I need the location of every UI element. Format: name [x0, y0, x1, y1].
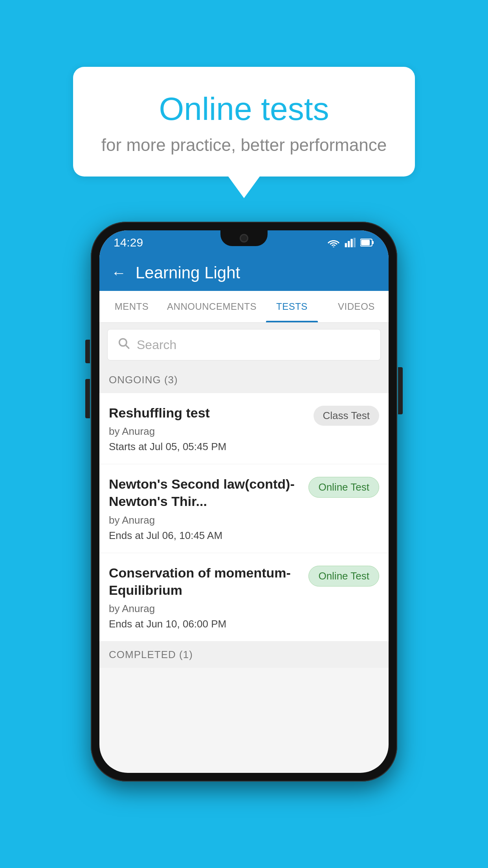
- test-author: by Anurag: [109, 425, 307, 438]
- back-arrow-icon[interactable]: ←: [111, 265, 126, 281]
- speech-bubble-container: Online tests for more practice, better p…: [73, 67, 415, 198]
- search-placeholder: Search: [137, 338, 176, 352]
- test-item[interactable]: Newton's Second law(contd)-Newton's Thir…: [99, 464, 389, 553]
- power-button: [398, 367, 403, 414]
- speech-bubble-arrow: [228, 177, 260, 198]
- test-author: by Anurag: [109, 514, 302, 526]
- svg-rect-5: [372, 241, 374, 244]
- svg-rect-0: [345, 243, 347, 247]
- battery-icon: [360, 238, 374, 247]
- badge-online-test-2: Online Test: [308, 566, 379, 587]
- section-header-ongoing: ONGOING (3): [99, 367, 389, 393]
- test-author: by Anurag: [109, 603, 302, 615]
- volume-up-button: [85, 340, 90, 363]
- speech-bubble-subtitle: for more practice, better performance: [97, 135, 391, 155]
- wifi-icon: [327, 238, 340, 247]
- tab-ments[interactable]: MENTS: [99, 291, 164, 322]
- tab-videos[interactable]: VIDEOS: [324, 291, 389, 322]
- badge-class-test: Class Test: [314, 406, 379, 426]
- svg-rect-1: [348, 241, 350, 247]
- status-time: 14:29: [114, 236, 143, 249]
- badge-online-test: Online Test: [308, 477, 379, 498]
- test-name: Reshuffling test: [109, 404, 307, 421]
- signal-icon: [345, 238, 356, 247]
- tabs-bar: MENTS ANNOUNCEMENTS TESTS VIDEOS: [99, 291, 389, 323]
- test-name: Conservation of momentum-Equilibrium: [109, 564, 302, 599]
- front-camera: [240, 234, 248, 243]
- search-container: Search: [99, 323, 389, 367]
- search-icon: [117, 337, 130, 353]
- test-info: Newton's Second law(contd)-Newton's Thir…: [109, 475, 302, 541]
- test-name: Newton's Second law(contd)-Newton's Thir…: [109, 475, 302, 510]
- volume-down-button: [85, 379, 90, 418]
- test-info: Conservation of momentum-Equilibrium by …: [109, 564, 302, 630]
- phone-outer: 14:29: [91, 222, 397, 782]
- test-item[interactable]: Conservation of momentum-Equilibrium by …: [99, 553, 389, 642]
- phone-wrapper: 14:29: [91, 222, 397, 782]
- test-time: Starts at Jul 05, 05:45 PM: [109, 441, 307, 453]
- section-header-completed: COMPLETED (1): [99, 642, 389, 668]
- tab-tests[interactable]: TESTS: [260, 291, 324, 322]
- test-time: Ends at Jul 06, 10:45 AM: [109, 530, 302, 542]
- test-time: Ends at Jun 10, 06:00 PM: [109, 618, 302, 630]
- test-list: Reshuffling test by Anurag Starts at Jul…: [99, 393, 389, 642]
- tab-announcements[interactable]: ANNOUNCEMENTS: [164, 291, 260, 322]
- phone-notch: [220, 230, 268, 246]
- phone-screen: 14:29: [99, 230, 389, 773]
- speech-bubble: Online tests for more practice, better p…: [73, 67, 415, 177]
- svg-rect-3: [354, 238, 356, 247]
- speech-bubble-title: Online tests: [97, 90, 391, 127]
- test-info: Reshuffling test by Anurag Starts at Jul…: [109, 404, 307, 453]
- status-icons: [327, 238, 374, 247]
- svg-line-8: [126, 345, 129, 348]
- svg-rect-2: [350, 239, 352, 247]
- app-header-title: Learning Light: [136, 263, 240, 282]
- search-bar[interactable]: Search: [107, 329, 381, 360]
- app-header: ← Learning Light: [99, 255, 389, 291]
- test-item[interactable]: Reshuffling test by Anurag Starts at Jul…: [99, 393, 389, 464]
- svg-rect-6: [361, 240, 370, 245]
